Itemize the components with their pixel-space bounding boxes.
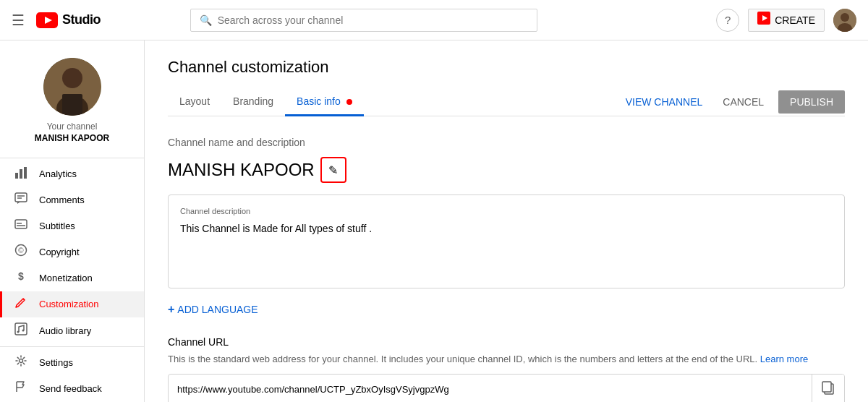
channel-url-desc-text: This is the standard web address for you…	[168, 354, 757, 364]
send-feedback-label: Send feedback	[39, 383, 102, 394]
comments-icon	[14, 192, 27, 208]
channel-name-row: MANISH KAPOOR ✎	[168, 157, 845, 183]
subtitles-icon	[14, 218, 27, 234]
svg-point-25	[17, 330, 20, 333]
view-channel-button[interactable]: VIEW CHANNEL	[620, 92, 709, 112]
logo-area[interactable]: Studio	[36, 12, 101, 28]
gear-icon	[14, 354, 27, 367]
customization-label: Customization	[39, 299, 98, 309]
channel-avatar-image	[43, 58, 101, 116]
sidebar-item-copyright[interactable]: © Copyright	[0, 239, 144, 265]
create-video-icon	[757, 12, 770, 28]
channel-info: Your channel MANISH KAPOOR	[0, 46, 144, 155]
svg-rect-18	[15, 220, 27, 228]
edit-name-button[interactable]: ✎	[320, 157, 346, 183]
create-button[interactable]: CREATE	[748, 9, 825, 32]
copy-icon-svg	[821, 380, 835, 395]
copy-url-button[interactable]	[812, 375, 844, 403]
description-label: Channel description	[180, 207, 833, 215]
customization-icon	[14, 296, 27, 312]
sidebar-item-audio-library[interactable]: Audio library	[0, 317, 144, 343]
svg-point-8	[62, 68, 82, 88]
music-icon	[14, 322, 27, 335]
avatar[interactable]	[833, 9, 856, 32]
header: ☰ Studio 🔍 ? CREATE	[0, 0, 868, 40]
menu-icon[interactable]: ☰	[12, 12, 25, 29]
send-feedback-icon	[14, 380, 27, 397]
help-icon: ?	[725, 14, 731, 26]
copy-icon	[821, 383, 835, 398]
sidebar-item-subtitles[interactable]: Subtitles	[0, 213, 144, 239]
cancel-button[interactable]: CANCEL	[717, 92, 770, 112]
sidebar-item-customization[interactable]: Customization	[0, 291, 144, 317]
your-channel-label: Your channel	[47, 121, 98, 132]
youtube-logo	[36, 12, 58, 28]
channel-url-learn-more[interactable]: Learn more	[760, 354, 808, 364]
description-box[interactable]: Channel description This Channel is Made…	[168, 194, 845, 288]
dollar-icon: $	[14, 270, 27, 283]
svg-rect-14	[15, 193, 27, 202]
create-label: CREATE	[775, 14, 815, 26]
channel-name-label: MANISH KAPOOR	[35, 133, 109, 143]
section-title: Channel name and description	[168, 137, 845, 148]
tab-indicator-dot	[346, 99, 352, 105]
publish-button[interactable]: PUBLISH	[778, 90, 845, 114]
sidebar-item-comments[interactable]: Comments	[0, 187, 144, 213]
header-left: ☰ Studio	[12, 12, 101, 29]
content-body: Channel name and description MANISH KAPO…	[168, 116, 845, 402]
tabs-bar: Layout Branding Basic info VIEW CHANNEL …	[168, 88, 845, 116]
copyright-label: Copyright	[39, 247, 80, 257]
tab-branding[interactable]: Branding	[221, 88, 285, 116]
subtitles-icon-svg	[14, 218, 27, 231]
analytics-label: Analytics	[39, 168, 77, 179]
svg-rect-11	[15, 173, 18, 179]
svg-rect-29	[822, 382, 831, 392]
channel-url-title: Channel URL	[168, 336, 845, 348]
monetization-label: Monetization	[39, 273, 93, 283]
channel-url-desc: This is the standard web address for you…	[168, 352, 845, 367]
help-button[interactable]: ?	[716, 9, 739, 32]
search-icon: 🔍	[200, 14, 212, 26]
active-indicator	[0, 291, 2, 317]
plus-icon: +	[168, 303, 174, 316]
main-layout: Your channel MANISH KAPOOR Analytics	[0, 40, 868, 402]
audio-library-icon	[14, 322, 27, 339]
page-title: Channel customization	[168, 58, 845, 77]
edit-pencil-icon: ✎	[328, 163, 338, 177]
add-language-button[interactable]: + ADD LANGUAGE	[168, 300, 258, 319]
tab-layout[interactable]: Layout	[168, 88, 221, 116]
search-bar[interactable]: 🔍	[190, 9, 537, 32]
sidebar-divider-2	[0, 346, 144, 347]
sidebar-item-analytics[interactable]: Analytics	[0, 161, 144, 187]
subtitles-label: Subtitles	[39, 221, 75, 231]
channel-avatar[interactable]	[43, 58, 101, 116]
svg-text:$: $	[18, 270, 24, 282]
search-input[interactable]	[218, 14, 528, 26]
svg-rect-24	[15, 323, 27, 335]
tab-branding-label: Branding	[233, 95, 273, 107]
sidebar-item-send-feedback[interactable]: Send feedback	[0, 376, 144, 402]
svg-rect-13	[24, 167, 27, 179]
sidebar-divider-1	[0, 158, 144, 158]
tab-basic-info[interactable]: Basic info	[285, 88, 364, 116]
svg-point-27	[20, 359, 23, 363]
comments-label: Comments	[39, 194, 85, 205]
channel-url-input[interactable]	[169, 377, 812, 402]
settings-icon	[14, 354, 27, 371]
add-language-label: ADD LANGUAGE	[177, 304, 258, 315]
sidebar-item-monetization[interactable]: $ Monetization	[0, 265, 144, 291]
content-area: Channel customization Layout Branding Ba…	[145, 40, 868, 402]
sidebar-item-settings[interactable]: Settings	[0, 350, 144, 376]
header-right: ? CREATE	[716, 9, 856, 32]
tab-layout-label: Layout	[179, 95, 210, 107]
sidebar: Your channel MANISH KAPOOR Analytics	[0, 40, 145, 402]
svg-point-5	[841, 13, 849, 22]
svg-rect-10	[62, 94, 82, 116]
audio-library-label: Audio library	[39, 325, 91, 336]
svg-text:©: ©	[18, 247, 24, 255]
chat-icon	[14, 192, 27, 205]
flag-icon	[14, 380, 27, 393]
channel-display-name: MANISH KAPOOR	[168, 160, 315, 180]
pencil-icon	[14, 296, 27, 309]
svg-point-26	[22, 329, 25, 331]
